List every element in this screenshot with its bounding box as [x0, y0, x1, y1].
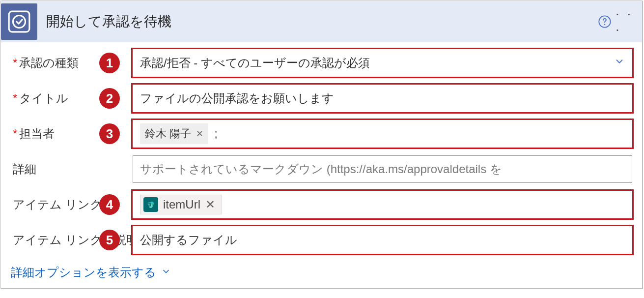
remove-token-icon[interactable]: ✕ [205, 198, 215, 211]
row-approval-type: 承認の種類 1 承認/拒否 - すべてのユーザーの承認が必須 [1, 45, 642, 81]
svg-point-3 [604, 24, 606, 26]
parameters-list: 承認の種類 1 承認/拒否 - すべてのユーザーの承認が必須 タイトル 2 ファ… [1, 42, 642, 259]
help-button[interactable] [594, 11, 616, 32]
remove-chip-icon[interactable]: ✕ [196, 128, 203, 139]
svg-rect-0 [9, 11, 29, 32]
row-assignee: 担当者 3 鈴木 陽子 ✕ ; [1, 116, 642, 151]
callout-badge-5: 5 [99, 230, 120, 250]
approval-type-value: 承認/拒否 - すべてのユーザーの承認が必須 [140, 55, 370, 71]
more-menu-button[interactable]: · · · [616, 11, 637, 32]
approval-check-icon [1, 3, 37, 40]
approval-type-dropdown[interactable]: 承認/拒否 - すべてのユーザーの承認が必須 [133, 49, 632, 77]
svg-text:S: S [148, 203, 150, 206]
item-link-input[interactable]: S itemUrl ✕ [133, 191, 632, 218]
dynamic-content-token[interactable]: S itemUrl ✕ [140, 195, 222, 214]
chip-separator: ; [214, 127, 218, 141]
show-advanced-label: 詳細オプションを表示する [11, 265, 156, 280]
token-label: itemUrl [163, 198, 200, 211]
row-item-link-desc: アイテム リンクの説明 5 公開するファイル [1, 222, 642, 258]
callout-badge-2: 2 [99, 88, 120, 109]
approval-action-card: 開始して承認を待機 · · · 承認の種類 1 承認/拒否 - すべてのユーザー… [0, 0, 643, 289]
item-link-desc-input[interactable]: 公開するファイル [133, 226, 632, 254]
card-title: 開始して承認を待機 [46, 12, 594, 31]
sharepoint-icon: S [143, 197, 158, 212]
show-advanced-options[interactable]: 詳細オプションを表示する [1, 259, 642, 288]
details-placeholder: サポートされているマークダウン (https://aka.ms/approval… [140, 161, 502, 177]
callout-badge-1: 1 [99, 53, 120, 73]
callout-badge-4: 4 [99, 194, 120, 215]
row-item-link: アイテム リンク 4 S itemUrl ✕ [1, 187, 642, 222]
label-details: 詳細 [13, 161, 133, 177]
people-chip-name: 鈴木 陽子 [145, 126, 191, 141]
callout-badge-3: 3 [99, 123, 120, 144]
people-chip[interactable]: 鈴木 陽子 ✕ [140, 123, 208, 144]
row-title: タイトル 2 ファイルの公開承認をお願いします [1, 81, 642, 116]
card-header: 開始して承認を待機 · · · [1, 1, 642, 42]
item-link-desc-value: 公開するファイル [140, 232, 237, 248]
title-value: ファイルの公開承認をお願いします [140, 90, 334, 106]
chevron-down-icon [614, 56, 625, 70]
title-input[interactable]: ファイルの公開承認をお願いします [133, 85, 632, 112]
details-input[interactable]: サポートされているマークダウン (https://aka.ms/approval… [133, 155, 632, 183]
chevron-down-icon [161, 267, 171, 278]
assignee-people-picker[interactable]: 鈴木 陽子 ✕ ; [133, 120, 632, 148]
svg-point-1 [13, 16, 26, 28]
row-details: 詳細 サポートされているマークダウン (https://aka.ms/appro… [1, 151, 642, 187]
